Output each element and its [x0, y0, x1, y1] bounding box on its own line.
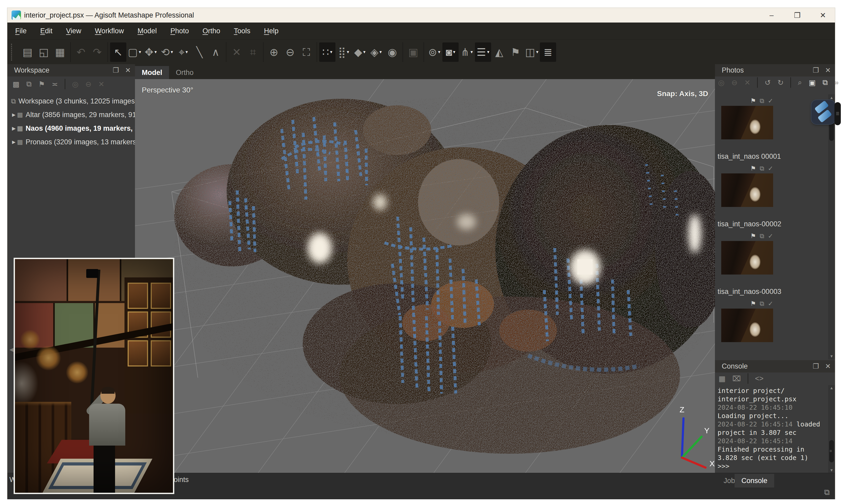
show-images-button[interactable]: ◫▾	[524, 42, 540, 62]
workspace-root-item[interactable]: ⧉Workspace (3 chunks, 12025 images)	[7, 94, 135, 108]
add-scalebar-icon[interactable]: ≍	[52, 80, 58, 89]
model-viewport[interactable]: Z Y X Perspective 30° Snap: Axis, 3D	[135, 79, 715, 473]
add-marker-icon[interactable]: ⚑	[38, 80, 45, 89]
photo-thumbnail[interactable]	[721, 106, 773, 139]
network-status-icon[interactable]: ⧉	[824, 488, 830, 497]
menu-help[interactable]: Help	[264, 27, 279, 35]
delete-selection-button[interactable]: ✕	[229, 42, 245, 62]
capture-widget-handle[interactable]: ☰	[835, 102, 841, 125]
photo-thumbnail[interactable]	[721, 241, 773, 274]
add-chunk-icon[interactable]: ▩	[13, 80, 19, 89]
remove-photo-icon[interactable]: ✕	[744, 78, 750, 87]
chunk-item[interactable]: ▶▩Naos (4960 images, 19 markers, 1	[7, 122, 135, 135]
remove-item-icon[interactable]: ✕	[98, 80, 104, 89]
run-script-icon[interactable]: <>	[755, 374, 764, 383]
save-log-icon[interactable]: ▦	[719, 374, 725, 383]
menu-workflow[interactable]: Workflow	[95, 27, 124, 35]
fit-view-button[interactable]: ⛶	[298, 42, 315, 62]
expand-caret-icon[interactable]: ▶	[12, 112, 16, 118]
dropdown-arrow-icon[interactable]: ▾	[380, 49, 382, 55]
dropdown-arrow-icon[interactable]: ▾	[139, 49, 141, 55]
minimize-button[interactable]: –	[766, 11, 777, 19]
dropdown-arrow-icon[interactable]: ▾	[536, 49, 539, 55]
float-panel-icon[interactable]: ❐	[113, 66, 119, 74]
close-panel-icon[interactable]: ✕	[125, 66, 131, 74]
undo-button[interactable]: ↶	[73, 42, 89, 62]
dropdown-arrow-icon[interactable]: ▾	[487, 49, 490, 55]
dropdown-arrow-icon[interactable]: ▾	[154, 49, 157, 55]
dense-cloud-view-button[interactable]: ⣿▾	[335, 42, 352, 62]
menu-ortho[interactable]: Ortho	[203, 27, 221, 35]
details-view-icon[interactable]: ⧉	[822, 78, 828, 87]
dropdown-arrow-icon[interactable]: ▾	[453, 49, 455, 55]
photo-item[interactable]: ⚑⧉✓tisa_int_naos-00003	[715, 232, 828, 300]
save-project-button[interactable]: ▦	[52, 42, 68, 62]
open-project-button[interactable]: ◱	[36, 42, 52, 62]
more-tools-icon[interactable]: »	[835, 78, 839, 87]
dock-tab-console[interactable]: Console	[735, 474, 774, 487]
close-button[interactable]: ✕	[818, 11, 828, 20]
menu-tools[interactable]: Tools	[234, 27, 250, 35]
photos-scrollbar[interactable]: ▲ ▼	[828, 94, 835, 359]
thumbnail-view-icon[interactable]: ▣	[809, 78, 816, 87]
add-photos-icon[interactable]: ⧉	[26, 80, 32, 89]
menu-edit[interactable]: Edit	[40, 27, 53, 35]
show-cameras-button[interactable]: ◙▾	[442, 42, 459, 62]
photo-item[interactable]: ⚑⧉✓	[715, 300, 828, 359]
expand-caret-icon[interactable]: ▶	[12, 139, 16, 145]
photo-thumbnail[interactable]	[721, 309, 773, 342]
ruler-tool-button[interactable]: ╲	[191, 42, 208, 62]
move-region-button[interactable]: ✥▾	[143, 42, 159, 62]
model-textured-view-button[interactable]: ◉	[384, 42, 400, 62]
globe-reference-button[interactable]: ⊚▾	[426, 42, 442, 62]
menu-view[interactable]: View	[66, 27, 81, 35]
photo-item[interactable]: ⚑⧉✓tisa_int_naos-00002	[715, 164, 828, 232]
dropdown-arrow-icon[interactable]: ▾	[363, 49, 366, 55]
expand-caret-icon[interactable]: ▶	[12, 126, 16, 131]
dropdown-arrow-icon[interactable]: ▾	[438, 49, 440, 55]
menu-photo[interactable]: Photo	[170, 27, 189, 35]
enable-item-icon[interactable]: ◎	[72, 80, 78, 89]
new-document-button[interactable]: ▤	[19, 42, 36, 62]
photo-thumbnail[interactable]	[721, 174, 773, 207]
show-shapes-button[interactable]: ◭	[491, 42, 507, 62]
toolbar-drag-handle[interactable]	[11, 44, 16, 60]
chunk-item[interactable]: ▶▩Altar (3856 images, 29 markers, 910	[7, 108, 135, 122]
rotate-left-icon[interactable]: ↺	[765, 78, 771, 87]
show-layers-button[interactable]: ≣	[540, 42, 556, 62]
view-tab-model[interactable]: Model	[135, 66, 169, 79]
model-wireframe-view-button[interactable]: ◈▾	[368, 42, 384, 62]
zoom-out-button[interactable]: ⊖	[282, 42, 298, 62]
screen-capture-widget[interactable]	[811, 100, 835, 124]
console-scrollbar[interactable]: ▲ ▼	[828, 385, 835, 473]
close-panel-icon[interactable]: ✕	[825, 66, 831, 74]
dropdown-arrow-icon[interactable]: ▾	[330, 49, 332, 55]
selection-cursor-button[interactable]: ↖	[110, 42, 126, 62]
photo-overlay-button[interactable]: ▣	[405, 42, 421, 62]
show-stations-button[interactable]: ⋔▾	[459, 42, 475, 62]
zoom-in-button[interactable]: ⊕	[266, 42, 282, 62]
dropdown-arrow-icon[interactable]: ▾	[171, 49, 173, 55]
chunk-item[interactable]: ▶▩Pronaos (3209 images, 13 markers,	[7, 135, 135, 149]
clear-log-icon[interactable]: ⌧	[732, 374, 741, 383]
rectangle-selection-button[interactable]: ▢▾	[126, 42, 143, 62]
disable-item-icon[interactable]: ⊖	[85, 80, 91, 89]
rotate-right-icon[interactable]: ↻	[777, 78, 784, 87]
show-markers-button[interactable]: ⚑	[507, 42, 524, 62]
console-log[interactable]: interior project/interior_project.psx202…	[715, 385, 828, 473]
menu-model[interactable]: Model	[138, 27, 157, 35]
close-panel-icon[interactable]: ✕	[825, 362, 831, 371]
dropdown-arrow-icon[interactable]: ▾	[470, 49, 473, 55]
dropdown-arrow-icon[interactable]: ▾	[186, 49, 188, 55]
enable-photo-icon[interactable]: ◎	[718, 78, 724, 87]
panel-collapse-arrow-icon[interactable]: ◀	[10, 346, 13, 353]
menu-file[interactable]: File	[15, 27, 27, 35]
point-cloud-view-button[interactable]: ∷▾	[319, 42, 335, 62]
float-panel-icon[interactable]: ❐	[813, 362, 819, 371]
dropdown-arrow-icon[interactable]: ▾	[347, 49, 349, 55]
rotate-region-button[interactable]: ⟲▾	[159, 42, 175, 62]
measure-tool-button[interactable]: ⌖▾	[175, 42, 191, 62]
show-info-button[interactable]: ☰▾	[475, 42, 491, 62]
disable-photo-icon[interactable]: ⊖	[731, 78, 737, 87]
float-panel-icon[interactable]: ❐	[813, 66, 819, 74]
